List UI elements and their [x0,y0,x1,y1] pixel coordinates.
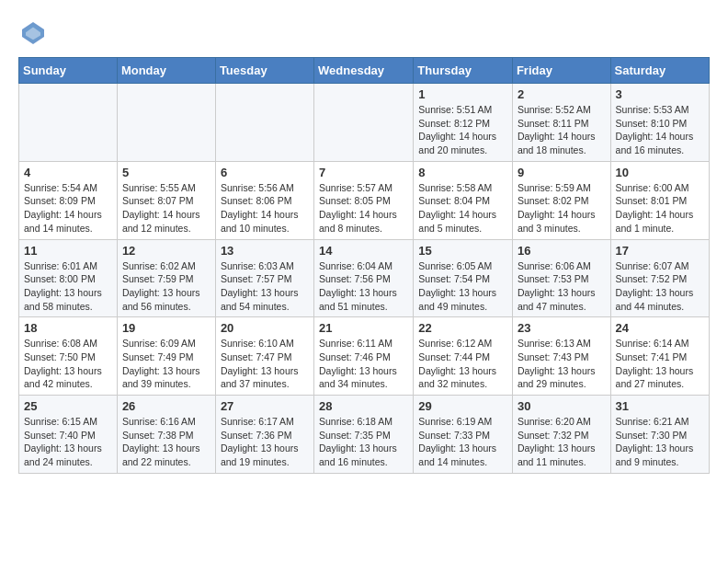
day-info: Sunrise: 6:01 AM Sunset: 8:00 PM Dayligh… [24,259,112,314]
day-number: 30 [518,399,606,413]
calendar-cell: 26Sunrise: 6:16 AM Sunset: 7:38 PM Dayli… [117,396,215,474]
day-number: 17 [616,244,704,258]
page-header [18,18,710,48]
day-number: 26 [122,399,210,413]
day-info: Sunrise: 6:06 AM Sunset: 7:53 PM Dayligh… [518,259,606,314]
day-info: Sunrise: 6:18 AM Sunset: 7:35 PM Dayligh… [319,415,408,469]
day-info: Sunrise: 5:51 AM Sunset: 8:12 PM Dayligh… [418,103,507,157]
day-info: Sunrise: 6:16 AM Sunset: 7:38 PM Dayligh… [122,415,210,469]
day-info: Sunrise: 5:57 AM Sunset: 8:05 PM Dayligh… [319,181,408,236]
calendar-cell: 25Sunrise: 6:15 AM Sunset: 7:40 PM Dayli… [19,396,118,474]
day-info: Sunrise: 6:05 AM Sunset: 7:54 PM Dayligh… [418,259,507,314]
day-number: 8 [418,166,507,179]
day-number: 25 [24,399,112,413]
day-number: 31 [616,399,704,413]
calendar-cell: 31Sunrise: 6:21 AM Sunset: 7:30 PM Dayli… [610,396,709,474]
logo [18,18,51,48]
day-number: 13 [221,244,309,258]
calendar-cell: 4Sunrise: 5:54 AM Sunset: 8:09 PM Daylig… [19,161,118,239]
column-header-friday: Friday [512,58,610,84]
calendar-cell: 1Sunrise: 5:51 AM Sunset: 8:12 PM Daylig… [414,84,513,162]
calendar-cell: 7Sunrise: 5:57 AM Sunset: 8:05 PM Daylig… [314,161,414,239]
calendar-cell [314,84,414,162]
day-info: Sunrise: 5:54 AM Sunset: 8:09 PM Dayligh… [24,181,112,236]
calendar-cell: 23Sunrise: 6:13 AM Sunset: 7:43 PM Dayli… [512,317,610,396]
day-info: Sunrise: 6:11 AM Sunset: 7:46 PM Dayligh… [319,337,408,391]
calendar-cell: 16Sunrise: 6:06 AM Sunset: 7:53 PM Dayli… [512,239,610,317]
calendar-cell: 27Sunrise: 6:17 AM Sunset: 7:36 PM Dayli… [215,396,313,474]
day-number: 16 [518,244,606,258]
day-info: Sunrise: 5:52 AM Sunset: 8:11 PM Dayligh… [518,103,606,157]
calendar-cell: 3Sunrise: 5:53 AM Sunset: 8:10 PM Daylig… [610,84,709,162]
day-number: 23 [518,321,606,335]
column-header-tuesday: Tuesday [215,58,313,84]
calendar-cell: 12Sunrise: 6:02 AM Sunset: 7:59 PM Dayli… [117,239,215,317]
day-info: Sunrise: 6:21 AM Sunset: 7:30 PM Dayligh… [616,415,704,469]
calendar-header-row: SundayMondayTuesdayWednesdayThursdayFrid… [19,58,710,84]
calendar-cell: 21Sunrise: 6:11 AM Sunset: 7:46 PM Dayli… [314,317,414,396]
calendar-cell: 17Sunrise: 6:07 AM Sunset: 7:52 PM Dayli… [610,239,709,317]
day-number: 20 [221,321,309,335]
calendar-week-row: 25Sunrise: 6:15 AM Sunset: 7:40 PM Dayli… [19,396,710,474]
calendar-week-row: 18Sunrise: 6:08 AM Sunset: 7:50 PM Dayli… [19,317,710,396]
day-number: 28 [319,399,408,413]
day-number: 15 [418,244,507,258]
calendar-cell: 24Sunrise: 6:14 AM Sunset: 7:41 PM Dayli… [610,317,709,396]
logo-icon [18,18,48,48]
day-info: Sunrise: 6:00 AM Sunset: 8:01 PM Dayligh… [616,181,704,236]
calendar-cell: 28Sunrise: 6:18 AM Sunset: 7:35 PM Dayli… [314,396,414,474]
calendar-cell: 10Sunrise: 6:00 AM Sunset: 8:01 PM Dayli… [610,161,709,239]
day-number: 10 [616,166,704,179]
column-header-wednesday: Wednesday [314,58,414,84]
day-info: Sunrise: 6:02 AM Sunset: 7:59 PM Dayligh… [122,259,210,314]
day-number: 21 [319,321,408,335]
day-number: 19 [122,321,210,335]
day-number: 27 [221,399,309,413]
day-number: 18 [24,321,112,335]
calendar-cell: 19Sunrise: 6:09 AM Sunset: 7:49 PM Dayli… [117,317,215,396]
calendar-cell [117,84,215,162]
day-info: Sunrise: 6:04 AM Sunset: 7:56 PM Dayligh… [319,259,408,314]
day-number: 11 [24,244,112,258]
day-info: Sunrise: 6:10 AM Sunset: 7:47 PM Dayligh… [221,337,309,391]
calendar-cell: 20Sunrise: 6:10 AM Sunset: 7:47 PM Dayli… [215,317,313,396]
day-info: Sunrise: 6:17 AM Sunset: 7:36 PM Dayligh… [221,415,309,469]
day-info: Sunrise: 6:14 AM Sunset: 7:41 PM Dayligh… [616,337,704,391]
calendar-cell: 8Sunrise: 5:58 AM Sunset: 8:04 PM Daylig… [414,161,513,239]
day-number: 9 [518,166,606,179]
column-header-sunday: Sunday [19,58,118,84]
day-number: 6 [221,166,309,179]
calendar-week-row: 1Sunrise: 5:51 AM Sunset: 8:12 PM Daylig… [19,84,710,162]
day-number: 1 [418,87,507,101]
calendar-cell: 11Sunrise: 6:01 AM Sunset: 8:00 PM Dayli… [19,239,118,317]
day-number: 3 [616,87,704,101]
day-info: Sunrise: 5:56 AM Sunset: 8:06 PM Dayligh… [221,181,309,236]
day-info: Sunrise: 6:12 AM Sunset: 7:44 PM Dayligh… [418,337,507,391]
calendar-cell: 22Sunrise: 6:12 AM Sunset: 7:44 PM Dayli… [414,317,513,396]
calendar-week-row: 4Sunrise: 5:54 AM Sunset: 8:09 PM Daylig… [19,161,710,239]
day-info: Sunrise: 5:58 AM Sunset: 8:04 PM Dayligh… [418,181,507,236]
day-info: Sunrise: 6:13 AM Sunset: 7:43 PM Dayligh… [518,337,606,391]
day-number: 14 [319,244,408,258]
day-info: Sunrise: 6:07 AM Sunset: 7:52 PM Dayligh… [616,259,704,314]
day-number: 7 [319,166,408,179]
calendar-cell: 13Sunrise: 6:03 AM Sunset: 7:57 PM Dayli… [215,239,313,317]
calendar-cell: 18Sunrise: 6:08 AM Sunset: 7:50 PM Dayli… [19,317,118,396]
day-info: Sunrise: 6:20 AM Sunset: 7:32 PM Dayligh… [518,415,606,469]
day-info: Sunrise: 6:15 AM Sunset: 7:40 PM Dayligh… [24,415,112,469]
day-info: Sunrise: 6:09 AM Sunset: 7:49 PM Dayligh… [122,337,210,391]
column-header-thursday: Thursday [414,58,513,84]
day-number: 29 [418,399,507,413]
calendar-cell: 15Sunrise: 6:05 AM Sunset: 7:54 PM Dayli… [414,239,513,317]
calendar-table: SundayMondayTuesdayWednesdayThursdayFrid… [18,57,710,474]
calendar-week-row: 11Sunrise: 6:01 AM Sunset: 8:00 PM Dayli… [19,239,710,317]
day-info: Sunrise: 6:19 AM Sunset: 7:33 PM Dayligh… [418,415,507,469]
day-number: 4 [24,166,112,179]
calendar-cell: 14Sunrise: 6:04 AM Sunset: 7:56 PM Dayli… [314,239,414,317]
calendar-cell [215,84,313,162]
day-info: Sunrise: 5:55 AM Sunset: 8:07 PM Dayligh… [122,181,210,236]
column-header-saturday: Saturday [610,58,709,84]
column-header-monday: Monday [117,58,215,84]
calendar-cell: 9Sunrise: 5:59 AM Sunset: 8:02 PM Daylig… [512,161,610,239]
day-info: Sunrise: 5:53 AM Sunset: 8:10 PM Dayligh… [616,103,704,157]
